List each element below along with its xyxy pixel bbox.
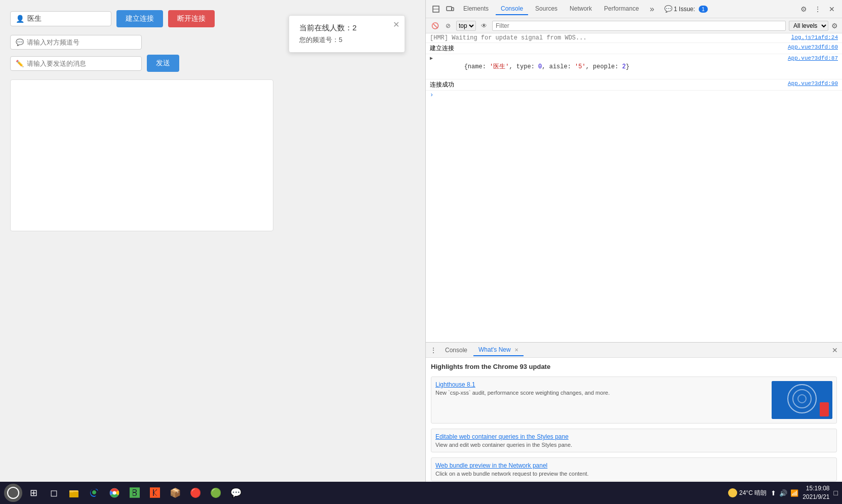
taskbar-edge-icon[interactable] xyxy=(85,484,103,502)
issues-icon: 💬 xyxy=(664,5,672,13)
notification-popup: ✕ 当前在线人数：2 您的频道号：5 xyxy=(289,15,405,53)
start-button[interactable] xyxy=(4,484,22,502)
whats-new-item-web-bundle[interactable]: Web bundle preview in the Network panel … xyxy=(431,457,837,481)
console-line-source[interactable]: App.vue?3dfd:60 xyxy=(788,44,838,50)
taskbar-search-icon[interactable]: ⊞ xyxy=(24,484,43,502)
stop-on-error-icon[interactable]: ⊘ xyxy=(443,21,453,31)
taskbar-cortana-icon[interactable]: ◻ xyxy=(45,484,63,502)
whats-new-item-text: Web bundle preview in the Network panel … xyxy=(435,462,832,477)
app-area: 👤 建立连接 断开连接 💬 ✏️ 发送 ✕ 当前在线人数：2 您的频道号：5 xyxy=(0,0,425,415)
devtools-console-toolbar: 🚫 ⊘ top 👁 All levels ⚙ xyxy=(426,18,842,33)
tab-network[interactable]: Network xyxy=(565,3,597,15)
taskbar-app6-icon[interactable]: 🅺 xyxy=(146,484,164,502)
weather-widget[interactable]: 24°C 晴朗 xyxy=(728,488,767,497)
whats-new-item-container-queries[interactable]: Editable web container queries in the St… xyxy=(431,429,837,452)
clock-date: 2021/9/21 xyxy=(803,493,829,501)
tab-elements[interactable]: Elements xyxy=(458,3,494,15)
taskbar-app9-icon[interactable]: 🟢 xyxy=(207,484,225,502)
channel-input[interactable] xyxy=(27,38,136,46)
context-selector[interactable]: top xyxy=(456,21,476,31)
bottom-panel-close-button[interactable]: ✕ xyxy=(832,346,838,354)
inspect-icon[interactable] xyxy=(430,3,442,15)
message-input[interactable] xyxy=(27,60,136,67)
taskbar-file-manager-icon[interactable] xyxy=(65,484,83,502)
console-line-source[interactable]: App.vue?3dfd:87 xyxy=(788,55,838,61)
sun-icon xyxy=(728,488,737,497)
taskbar-chrome-icon[interactable] xyxy=(105,484,124,502)
bottom-tab-close-icon[interactable]: ✕ xyxy=(514,347,518,353)
whats-new-item-title: Lighthouse 8.1 xyxy=(435,381,767,388)
responsive-icon[interactable] xyxy=(444,3,456,15)
whats-new-item-desc: New `csp-xss` audit, performance score w… xyxy=(435,390,767,396)
whats-new-thumbnail xyxy=(772,381,832,419)
clock-time: 15:19:08 xyxy=(803,484,829,493)
taskbar-app8-icon[interactable]: 🔴 xyxy=(186,484,205,502)
bottom-panel-dots-icon[interactable]: ⋮ xyxy=(430,346,437,354)
eye-icon[interactable]: 👁 xyxy=(479,21,489,31)
tab-performance[interactable]: Performance xyxy=(599,3,644,15)
devtools-panel: Elements Console Sources Network Perform… xyxy=(425,0,842,504)
channel-number-label: 您的频道号：5 xyxy=(299,35,394,45)
tray-icon-1[interactable]: ⬆ xyxy=(771,489,776,497)
console-settings-icon[interactable]: ⚙ xyxy=(831,22,838,30)
taskbar-system-tray: 24°C 晴朗 ⬆ 🔊 📶 15:19:08 2021/9/21 □ xyxy=(728,484,838,501)
message-input-wrap: ✏️ xyxy=(10,56,142,71)
message-icon: ✏️ xyxy=(16,60,24,67)
user-input-wrap: 👤 xyxy=(10,11,111,26)
channel-input-wrap: 💬 xyxy=(10,35,142,50)
tray-icon-2[interactable]: 🔊 xyxy=(779,489,787,497)
console-line-content: 连接成功 xyxy=(430,80,783,89)
svg-rect-11 xyxy=(69,490,73,492)
connect-button[interactable]: 建立连接 xyxy=(116,10,163,27)
notification-area-icon[interactable]: □ xyxy=(834,489,838,497)
console-line-content: {name: '医生', type: 0, aisle: '5', people… xyxy=(435,55,783,78)
svg-rect-10 xyxy=(69,492,78,497)
tab-sources[interactable]: Sources xyxy=(530,3,563,15)
svg-rect-8 xyxy=(820,402,829,416)
console-line-source[interactable]: log.js?1afd:24 xyxy=(791,34,838,40)
bottom-panel-tabs: ⋮ Console What's New ✕ ✕ xyxy=(426,343,842,358)
whats-new-item-text: Editable web container queries in the St… xyxy=(435,433,832,448)
more-tabs-icon[interactable]: » xyxy=(646,3,658,15)
console-line-content: [HMR] Waiting for update signal from WDS… xyxy=(430,34,786,41)
issues-badge: 1 xyxy=(699,6,708,13)
console-line-source[interactable]: App.vue?3dfd:90 xyxy=(788,80,838,87)
svg-rect-2 xyxy=(447,7,452,11)
more-options-icon[interactable]: ⋮ xyxy=(812,3,824,15)
weather-info: 24°C 晴朗 xyxy=(739,489,767,497)
prompt-arrow: › xyxy=(430,92,433,99)
whats-new-header: Highlights from the Chrome 93 update xyxy=(431,363,837,370)
console-line-content: 建立连接 xyxy=(430,44,783,53)
send-button[interactable]: 发送 xyxy=(147,55,179,72)
whats-new-item-desc: Click on a web bundle network request to… xyxy=(435,471,832,477)
sys-tray-icons: ⬆ 🔊 📶 xyxy=(771,489,798,497)
user-icon: 👤 xyxy=(16,15,24,23)
log-level-selector[interactable]: All levels xyxy=(789,21,828,31)
whats-new-item-text: Lighthouse 8.1 New `csp-xss` audit, perf… xyxy=(435,381,767,419)
online-count-label: 当前在线人数：2 xyxy=(299,23,394,33)
bottom-tab-whats-new[interactable]: What's New ✕ xyxy=(473,344,524,356)
console-output: [HMR] Waiting for update signal from WDS… xyxy=(426,33,842,342)
clear-console-icon[interactable]: 🚫 xyxy=(430,21,440,31)
system-clock[interactable]: 15:19:08 2021/9/21 xyxy=(803,484,829,501)
console-line: [HMR] Waiting for update signal from WDS… xyxy=(426,33,842,43)
user-input[interactable] xyxy=(27,15,98,23)
settings-icon[interactable]: ⚙ xyxy=(797,3,810,15)
bottom-tab-console[interactable]: Console xyxy=(440,345,472,356)
notification-close-button[interactable]: ✕ xyxy=(393,20,399,29)
channel-icon: 💬 xyxy=(16,38,24,46)
tray-icon-3[interactable]: 📶 xyxy=(790,489,798,497)
console-line: ▶ {name: '医生', type: 0, aisle: '5', peop… xyxy=(426,54,842,79)
taskbar-wechat-icon[interactable]: 💬 xyxy=(227,484,245,502)
disconnect-button[interactable]: 断开连接 xyxy=(168,10,215,27)
whats-new-item-title: Editable web container queries in the St… xyxy=(435,433,832,440)
console-line: 建立连接 App.vue?3dfd:60 xyxy=(426,43,842,54)
taskbar-app7-icon[interactable]: 📦 xyxy=(166,484,184,502)
tab-console[interactable]: Console xyxy=(496,3,528,15)
console-filter-input[interactable] xyxy=(492,21,786,31)
whats-new-item-lighthouse[interactable]: Lighthouse 8.1 New `csp-xss` audit, perf… xyxy=(431,376,837,424)
taskbar-app5-icon[interactable]: 🅱 xyxy=(126,484,144,502)
close-devtools-button[interactable]: ✕ xyxy=(826,3,838,15)
issues-label: 1 Issue: xyxy=(674,6,695,13)
expand-arrow-icon[interactable]: ▶ xyxy=(430,55,433,61)
